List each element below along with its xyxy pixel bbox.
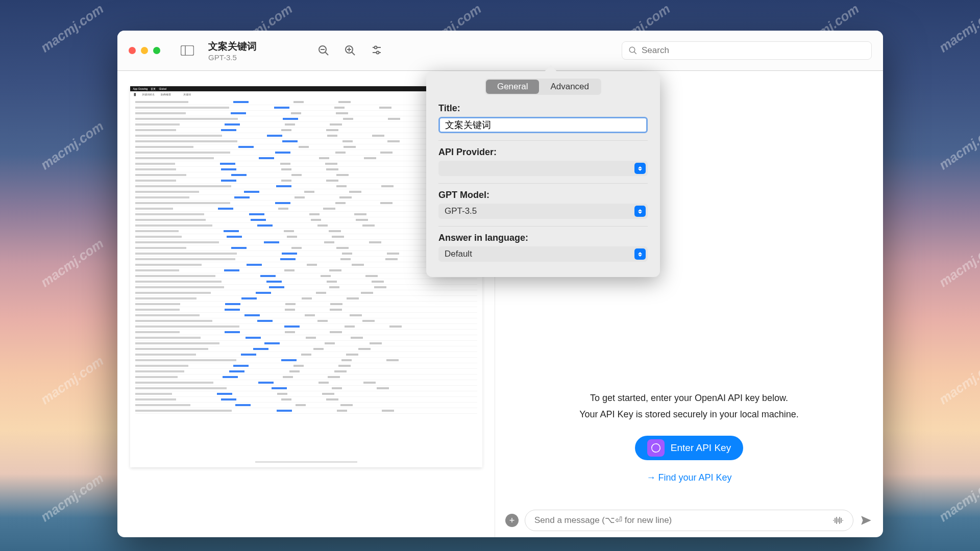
message-input[interactable] xyxy=(534,515,832,525)
select-indicator-icon xyxy=(634,206,646,217)
help-line-1: To get started, enter your OpenAI API ke… xyxy=(579,390,799,406)
message-box[interactable] xyxy=(525,510,853,531)
enter-api-key-button[interactable]: Enter API Key xyxy=(635,436,743,460)
find-api-key-link[interactable]: → Find your API Key xyxy=(646,472,731,483)
title-label: Title: xyxy=(438,103,648,114)
language-value: Default xyxy=(445,249,472,259)
tab-general[interactable]: General xyxy=(486,80,539,94)
voice-input-icon[interactable] xyxy=(832,516,844,524)
gpt-model-select[interactable]: GPT-3.5 xyxy=(438,204,648,219)
sidebar-toggle-icon[interactable] xyxy=(181,45,194,56)
title-input[interactable] xyxy=(438,117,648,133)
svg-line-3 xyxy=(325,52,328,55)
help-text: To get started, enter your OpenAI API ke… xyxy=(579,390,799,422)
gpt-model-label: GPT Model: xyxy=(438,190,648,201)
separator xyxy=(438,226,648,227)
search-field[interactable] xyxy=(622,41,872,60)
svg-point-9 xyxy=(375,46,377,49)
gpt-model-value: GPT-3.5 xyxy=(445,206,477,216)
separator xyxy=(438,183,648,184)
traffic-lights xyxy=(129,47,160,54)
settings-form: Title: API Provider: GPT Model: GPT-3.5 … xyxy=(426,100,660,277)
composer: + xyxy=(495,504,883,537)
send-button[interactable] xyxy=(860,514,873,527)
tab-advanced[interactable]: Advanced xyxy=(539,80,600,94)
search-input[interactable] xyxy=(642,45,865,56)
svg-line-6 xyxy=(352,52,355,55)
title-block: 文案关键词 GPT-3.5 xyxy=(208,40,257,62)
segmented-control: General Advanced xyxy=(426,71,660,100)
window-title: 文案关键词 xyxy=(208,40,257,53)
api-provider-select[interactable] xyxy=(438,161,648,176)
zoom-in-icon[interactable] xyxy=(344,44,356,57)
titlebar: 文案关键词 GPT-3.5 xyxy=(117,31,883,70)
svg-line-12 xyxy=(634,52,636,54)
window-subtitle: GPT-3.5 xyxy=(208,53,257,62)
toolbar-center xyxy=(266,44,435,57)
help-line-2: Your API Key is stored securely in your … xyxy=(579,406,799,422)
enter-api-key-label: Enter API Key xyxy=(671,442,731,454)
language-select[interactable]: Default xyxy=(438,246,648,262)
svg-point-10 xyxy=(377,52,379,54)
language-label: Answer in language: xyxy=(438,233,648,243)
select-indicator-icon xyxy=(634,163,646,174)
openai-logo-icon xyxy=(647,439,665,457)
svg-rect-0 xyxy=(181,46,194,56)
api-provider-label: API Provider: xyxy=(438,147,648,158)
zoom-out-icon[interactable] xyxy=(317,44,330,57)
close-window-button[interactable] xyxy=(129,47,136,54)
settings-popover: General Advanced Title: API Provider: GP… xyxy=(426,71,660,277)
separator xyxy=(438,140,648,141)
minimize-window-button[interactable] xyxy=(141,47,148,54)
select-indicator-icon xyxy=(634,248,646,260)
svg-point-11 xyxy=(629,47,635,53)
fullscreen-window-button[interactable] xyxy=(153,47,160,54)
search-icon xyxy=(628,46,638,55)
add-attachment-button[interactable]: + xyxy=(505,514,519,527)
settings-icon[interactable] xyxy=(371,44,383,57)
